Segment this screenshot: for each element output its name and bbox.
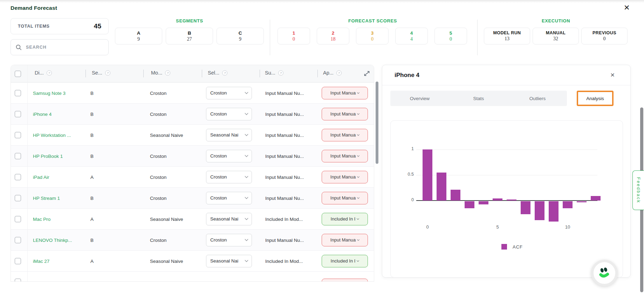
item-name-link[interactable]: HP Workstation ... (33, 132, 71, 138)
row-checkbox[interactable] (15, 153, 21, 159)
approval-action-label: Input Manua (330, 153, 356, 159)
column-label: Se... (92, 70, 102, 76)
chevron-down-icon (357, 217, 359, 220)
column-header: Ap...? (323, 70, 342, 76)
approval-action-button[interactable]: Included In I (322, 213, 368, 225)
approval-action-button[interactable]: Input Manua (322, 108, 368, 120)
panel-title: iPhone 4 (395, 72, 419, 79)
item-name-link[interactable]: iMac 27 (33, 258, 49, 264)
selected-model-dropdown[interactable]: Seasonal Nai (206, 129, 252, 141)
approval-action-label: Input Manua (330, 132, 356, 138)
tab-overview[interactable]: Overview (390, 91, 449, 106)
row-checkbox[interactable] (15, 195, 21, 201)
help-icon[interactable]: ? (278, 70, 283, 76)
chat-widget-button[interactable] (591, 260, 618, 286)
chevron-down-icon (245, 133, 248, 136)
acf-bar (577, 201, 587, 202)
selected-model-value: Croston (210, 111, 227, 117)
selected-model-dropdown[interactable]: Croston (206, 234, 252, 246)
segment-cell: A (90, 258, 94, 264)
approval-action-label: Included In I (331, 258, 356, 264)
row-checkbox[interactable] (15, 279, 21, 282)
acf-bar (507, 200, 516, 201)
y-tick-label: 0 (398, 197, 414, 202)
search-box[interactable] (11, 39, 109, 55)
tab-stats[interactable]: Stats (449, 91, 508, 106)
page-title: Demand Forecast (11, 5, 57, 11)
item-name-link[interactable]: Mac Pro (33, 216, 50, 222)
table-scrollbar[interactable] (376, 82, 378, 164)
column-label: Ap... (323, 70, 334, 76)
approval-action-button[interactable]: Input Manua (322, 171, 368, 183)
approval-action-button[interactable]: Input Manua (322, 150, 368, 162)
selected-model-dropdown[interactable]: Croston (206, 108, 252, 120)
approval-action-button[interactable]: Input Manua (322, 87, 368, 99)
help-icon[interactable]: ? (336, 70, 342, 76)
selected-model-dropdown[interactable]: Croston (206, 192, 252, 204)
acf-bar (521, 201, 530, 214)
segment-cell: B (90, 237, 94, 243)
score-label: 2 (332, 30, 335, 36)
segment-card: C9 (217, 28, 264, 44)
approval-action-button[interactable] (322, 279, 368, 282)
approval-action-button[interactable]: Input Manua (322, 234, 368, 246)
panel-close-icon[interactable]: ✕ (610, 72, 615, 78)
acf-chart-card: ACF 00.510510 (390, 120, 623, 278)
row-checkbox[interactable] (15, 111, 21, 117)
column-label: Mo... (151, 70, 162, 76)
selected-model-value: Seasonal Nai (210, 132, 238, 138)
row-checkbox[interactable] (15, 132, 21, 138)
chevron-down-icon (357, 154, 359, 157)
select-all-checkbox[interactable] (15, 71, 21, 77)
search-input[interactable] (26, 45, 96, 50)
item-name-link[interactable]: HP ProBook 1 (33, 153, 63, 159)
approval-action-button[interactable]: Input Manua (322, 129, 368, 141)
expand-table-icon[interactable] (363, 70, 370, 77)
legend-swatch (501, 244, 507, 250)
segment-card: B27 (166, 28, 213, 44)
item-name-link[interactable]: Samsug Note 3 (33, 90, 66, 96)
panel-header: iPhone 4 ✕ (382, 65, 630, 85)
model-cell: Croston (150, 237, 166, 243)
total-items-label: TOTAL ITEMS (18, 24, 50, 29)
help-icon[interactable]: ? (47, 70, 52, 76)
column-label: Sel... (208, 70, 219, 76)
item-name-link[interactable]: iPhone 4 (33, 111, 52, 117)
execution-card: PREVIOUS0 (581, 28, 628, 44)
tab-analysis[interactable]: Analysis (577, 91, 614, 106)
chevron-down-icon (357, 259, 359, 262)
selected-model-dropdown[interactable]: Seasonal Nai (206, 213, 252, 225)
table-row-partial (11, 272, 374, 282)
row-checkbox[interactable] (15, 90, 21, 96)
help-icon[interactable]: ? (105, 70, 110, 76)
score-card: 10 (278, 28, 310, 44)
tab-outliers[interactable]: Outliers (508, 91, 567, 106)
row-checkbox[interactable] (15, 216, 21, 222)
score-label: 1 (293, 30, 295, 36)
segment-cell: B (90, 132, 94, 138)
acf-bar (493, 198, 502, 201)
approval-action-button[interactable]: Included In I (322, 255, 368, 267)
help-icon[interactable]: ? (165, 70, 170, 76)
help-icon[interactable]: ? (222, 70, 227, 76)
column-label: Di... (35, 70, 44, 76)
acf-bar (479, 201, 488, 204)
selected-model-dropdown[interactable]: Croston (206, 150, 252, 162)
selected-model-dropdown[interactable]: Croston (206, 171, 252, 183)
forecast-scores-title: FORECAST SCORES (278, 18, 468, 23)
selected-model-dropdown[interactable]: Seasonal Nai (206, 255, 252, 267)
row-checkbox[interactable] (15, 258, 21, 264)
modal-close-icon[interactable]: ✕ (624, 4, 630, 12)
item-name-link[interactable]: iPad Air (33, 174, 49, 180)
feedback-button[interactable]: Feedback (632, 170, 644, 210)
item-name-link[interactable]: LENOVO Thinkp... (33, 237, 72, 243)
selected-model-dropdown[interactable]: Croston (206, 87, 252, 99)
table-header: Di...?Se...?Mo...?Sel...?Su...?Ap...? (11, 65, 374, 83)
row-checkbox[interactable] (15, 237, 21, 243)
chart-legend: ACF (501, 244, 523, 250)
suggested-cell: Input Manual Nu... (265, 132, 304, 138)
approval-action-button[interactable]: Input Manua (322, 192, 368, 204)
row-checkbox[interactable] (15, 174, 21, 180)
item-name-link[interactable]: HP Stream 1 (33, 195, 60, 201)
chevron-down-icon (245, 154, 248, 157)
